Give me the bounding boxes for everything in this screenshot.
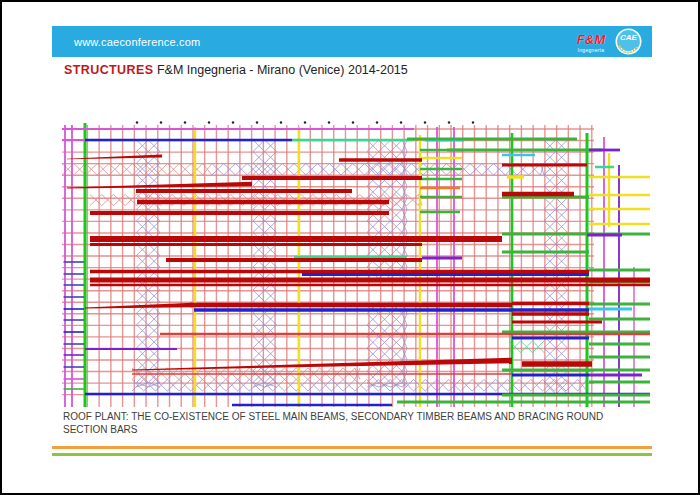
fm-logo-text: F&M [577, 32, 605, 47]
svg-text:CAE: CAE [620, 33, 638, 42]
presentation-slide: www.caeconference.com F&M Ingegneria CAE… [0, 0, 700, 495]
caption-line-2: SECTION BARS [63, 423, 651, 436]
caption-line-1: ROOF PLANT: THE CO-EXISTENCE OF STEEL MA… [63, 410, 651, 423]
fm-logo-subtext: Ingegneria [577, 48, 605, 53]
slide-title: STRUCTURES F&M Ingegneria - Mirano (Veni… [64, 63, 408, 77]
roof-plan-svg [62, 117, 650, 407]
fm-ingegneria-logo: F&M Ingegneria [577, 31, 605, 53]
cae-logo-icon: CAE [615, 28, 642, 55]
logo-zone: F&M Ingegneria CAE [577, 28, 642, 55]
footer-stripe-orange [52, 446, 652, 449]
roof-plan-drawing [62, 117, 650, 407]
caption: ROOF PLANT: THE CO-EXISTENCE OF STEEL MA… [63, 410, 651, 436]
title-subtitle: F&M Ingegneria - Mirano (Venice) 2014-20… [157, 63, 408, 77]
footer-stripe-green [52, 453, 652, 456]
conference-url[interactable]: www.caeconference.com [74, 36, 200, 48]
title-heading: STRUCTURES [64, 63, 153, 77]
header-bar: www.caeconference.com F&M Ingegneria CAE [52, 26, 652, 57]
